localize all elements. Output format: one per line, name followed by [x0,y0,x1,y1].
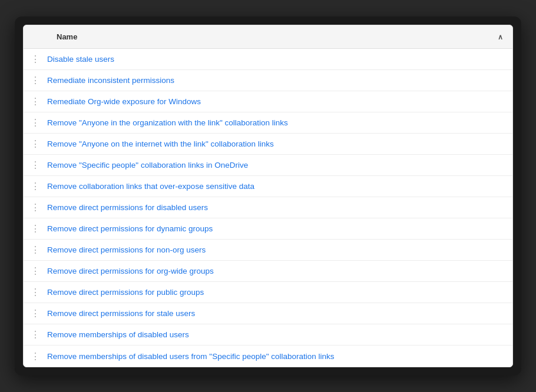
row-link-4[interactable]: Remove "Anyone in the organization with … [47,113,512,132]
row-link-13[interactable]: Remove direct permissions for stale user… [47,304,512,323]
row-link-14[interactable]: Remove memberships of disabled users [47,325,512,344]
row-link-1[interactable]: Disable stale users [47,49,512,69]
table-row: ⋮Remove direct permissions for stale use… [24,303,512,324]
table-row: ⋮Remediate inconsistent permissions [24,70,512,91]
drag-handle-icon[interactable]: ⋮ [24,218,47,239]
drag-handle-icon[interactable]: ⋮ [24,240,47,260]
drag-handle-icon[interactable]: ⋮ [24,70,47,91]
table-wrapper: Name ∧ ⋮Disable stale users⋮Remediate in… [23,25,513,367]
row-link-8[interactable]: Remove direct permissions for disabled u… [47,198,512,217]
table-body: ⋮Disable stale users⋮Remediate inconsist… [24,49,512,367]
row-link-10[interactable]: Remove direct permissions for non-org us… [47,240,512,260]
table-row: ⋮Remove direct permissions for dynamic g… [24,218,512,240]
row-link-12[interactable]: Remove direct permissions for public gro… [47,283,512,302]
drag-handle-icon[interactable]: ⋮ [24,261,47,281]
drag-handle-icon[interactable]: ⋮ [24,91,47,112]
header-name-column[interactable]: Name ∧ [47,25,512,48]
table-row: ⋮Remediate Org-wide exposure for Windows [24,91,512,112]
row-link-15[interactable]: Remove memberships of disabled users fro… [47,347,512,366]
row-link-7[interactable]: Remove collaboration links that over-exp… [47,177,512,196]
table-row: ⋮Remove "Specific people" collaboration … [24,155,512,176]
table-row: ⋮Remove direct permissions for disabled … [24,197,512,218]
drag-handle-icon[interactable]: ⋮ [24,346,47,367]
drag-handle-icon[interactable]: ⋮ [24,176,47,197]
row-link-2[interactable]: Remediate inconsistent permissions [47,71,512,90]
table-row: ⋮Disable stale users [24,49,512,70]
row-link-5[interactable]: Remove "Anyone on the internet with the … [47,134,512,154]
drag-handle-icon[interactable]: ⋮ [24,303,47,324]
name-column-label: Name [57,32,77,41]
sort-icon[interactable]: ∧ [498,33,503,41]
table-row: ⋮Remove direct permissions for public gr… [24,282,512,303]
table-row: ⋮Remove direct permissions for non-org u… [24,240,512,261]
table-row: ⋮Remove "Anyone on the internet with the… [24,134,512,155]
drag-handle-icon[interactable]: ⋮ [24,134,47,154]
table-row: ⋮Remove collaboration links that over-ex… [24,176,512,197]
row-link-11[interactable]: Remove direct permissions for org-wide g… [47,261,512,281]
row-link-9[interactable]: Remove direct permissions for dynamic gr… [47,219,512,238]
table-row: ⋮Remove "Anyone in the organization with… [24,112,512,134]
table-row: ⋮Remove memberships of disabled users [24,324,512,346]
drag-handle-icon[interactable]: ⋮ [24,49,47,69]
drag-handle-icon[interactable]: ⋮ [24,282,47,303]
row-link-3[interactable]: Remediate Org-wide exposure for Windows [47,92,512,111]
drag-handle-icon[interactable]: ⋮ [24,155,47,175]
window-container: Name ∧ ⋮Disable stale users⋮Remediate in… [15,16,521,376]
table-row: ⋮Remove memberships of disabled users fr… [24,346,512,367]
table-row: ⋮Remove direct permissions for org-wide … [24,261,512,282]
table-header: Name ∧ [24,25,512,49]
drag-handle-icon[interactable]: ⋮ [24,324,47,345]
row-link-6[interactable]: Remove "Specific people" collaboration l… [47,155,512,175]
drag-handle-icon[interactable]: ⋮ [24,197,47,218]
drag-handle-icon[interactable]: ⋮ [24,112,47,133]
